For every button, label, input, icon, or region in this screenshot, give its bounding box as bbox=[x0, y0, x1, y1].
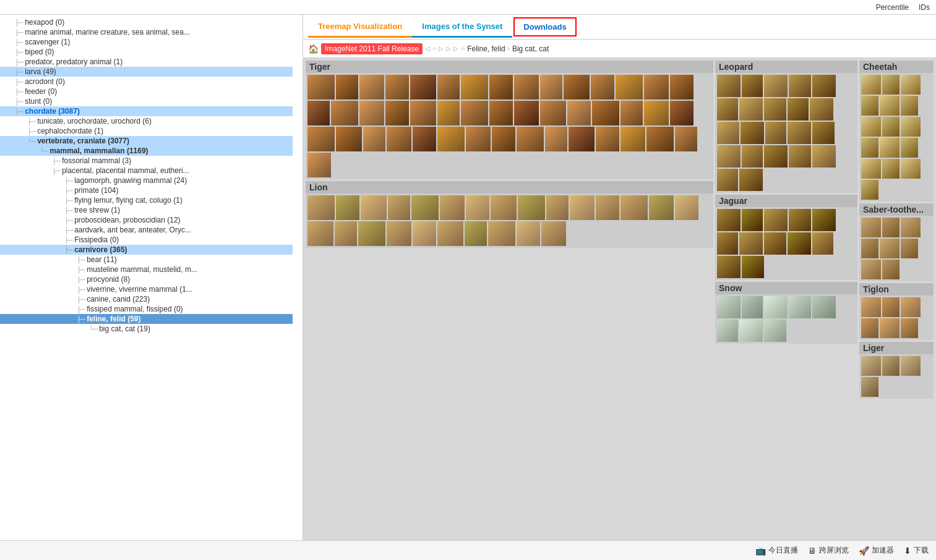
tree-label: lagomorph, gnawing mammal (24) bbox=[74, 176, 187, 185]
tree-item[interactable]: ├─ aardvark, ant bear, anteater, Oryc... bbox=[0, 225, 293, 235]
topbar-percentile[interactable]: Percentile bbox=[876, 3, 909, 12]
tree-label: acrodont (0) bbox=[25, 77, 65, 86]
breadcrumb-sep-2: ○ bbox=[432, 45, 436, 52]
tree-item[interactable]: ├─ acrodont (0) bbox=[0, 77, 293, 87]
leopard-section: Leopard bbox=[715, 61, 857, 193]
bottom-item-download[interactable]: ⬇ 下载 bbox=[904, 545, 929, 556]
liger-images bbox=[859, 354, 934, 399]
liger-title: Liger bbox=[859, 342, 934, 354]
tree-item[interactable]: ├─ scavenger (1) bbox=[0, 37, 293, 47]
tree-label-bigcat: big cat, cat (19) bbox=[99, 325, 150, 333]
tree-label: cephalochordate (1) bbox=[37, 127, 103, 135]
tiglon-images bbox=[859, 295, 934, 340]
tree-item[interactable]: ├─ canine, canid (223) bbox=[0, 294, 293, 304]
tree-label: hexapod (0) bbox=[25, 18, 64, 27]
breadcrumb-bigcat[interactable]: Big cat, cat bbox=[512, 45, 549, 53]
tree-panel: ├─ hexapod (0) ├─ marine animal, marine … bbox=[0, 15, 303, 540]
tree-item[interactable]: ├─ feeder (0) bbox=[0, 87, 293, 96]
liger-section: Liger bbox=[859, 342, 934, 399]
download-icon: ⬇ bbox=[904, 546, 911, 556]
tree-label: predator, predatory animal (1) bbox=[25, 57, 122, 66]
breadcrumb-sep-7: › bbox=[508, 45, 510, 52]
breadcrumb-home-icon[interactable]: 🏠 bbox=[308, 44, 319, 54]
tree-item[interactable]: ├─ fossorial mammal (3) bbox=[0, 156, 293, 166]
top-bar: Percentile IDs bbox=[0, 0, 936, 15]
tree-item[interactable]: ├─ bear (11) bbox=[0, 255, 293, 265]
tree-item[interactable]: ├─ marine animal, marine creature, sea a… bbox=[0, 27, 293, 37]
tree-label: scavenger (1) bbox=[25, 38, 70, 46]
tab-treemap[interactable]: Treemap Visualization bbox=[308, 17, 412, 38]
grid-layout: Tiger bbox=[306, 61, 934, 538]
tree-label: vertebrate, craniate (3077) bbox=[37, 137, 129, 145]
tree-label: viverrine, viverrine mammal (1... bbox=[87, 285, 192, 294]
jaguar-section: Jaguar bbox=[715, 195, 857, 280]
tree-label: procyonid (8) bbox=[87, 275, 130, 284]
tree-label: flying lemur, flying cat, colugo (1) bbox=[74, 196, 182, 205]
tree-item-bigcat[interactable]: └─ big cat, cat (19) bbox=[0, 324, 293, 334]
tree-item[interactable]: ├─ hexapod (0) bbox=[0, 17, 293, 27]
tree-label: aardvark, ant bear, anteater, Oryc... bbox=[74, 226, 191, 234]
tree-item[interactable]: ├─ flying lemur, flying cat, colugo (1) bbox=[0, 195, 293, 205]
topbar-ids[interactable]: IDs bbox=[919, 3, 930, 12]
tree-label-tree-shrew: tree shrew (1) bbox=[74, 206, 120, 214]
tree-label: mammal, mammalian (1169) bbox=[49, 146, 148, 155]
bottom-item-live[interactable]: 📺 今日直播 bbox=[755, 545, 798, 556]
tree-item-feline[interactable]: ├─ feline, felid (59) bbox=[0, 314, 293, 324]
cheetah-section: Cheetah bbox=[859, 61, 934, 202]
tiglon-title: Tiglon bbox=[859, 283, 934, 295]
tree-item[interactable]: ├─ procyonid (8) bbox=[0, 274, 293, 284]
saber-title: Saber-toothe... bbox=[859, 203, 934, 216]
leopard-images bbox=[715, 73, 857, 193]
lion-title: Lion bbox=[306, 181, 713, 193]
right-panel: Treemap Visualization Images of the Syns… bbox=[303, 15, 936, 540]
bottom-item-cross[interactable]: 🖥 跨屏浏览 bbox=[808, 545, 849, 556]
tiger-images bbox=[306, 73, 713, 179]
tree-item[interactable]: ├─ carnivore (365) bbox=[0, 245, 293, 255]
tree-label: fissiped mammal, fissiped (0) bbox=[87, 305, 182, 313]
tree-item[interactable]: ├─ primate (104) bbox=[0, 185, 293, 195]
tree-item[interactable]: ├─ proboscidean, proboscidian (12) bbox=[0, 215, 293, 225]
tree-label: musteline mammal, mustelid, m... bbox=[87, 265, 197, 274]
breadcrumb-feline[interactable]: Feline, felid bbox=[467, 45, 505, 53]
tree-item[interactable]: ├─ fissiped mammal, fissiped (0) bbox=[0, 304, 293, 314]
tree-item[interactable]: ├─ stunt (0) bbox=[0, 96, 293, 106]
left-main-col: Tiger bbox=[306, 61, 713, 538]
tree-item[interactable]: ├─ larva (49) bbox=[0, 67, 293, 77]
snow-section: Snow bbox=[715, 282, 857, 344]
tree-item[interactable]: ├─ musteline mammal, mustelid, m... bbox=[0, 265, 293, 274]
tree-item[interactable]: ├─ chordate (3087) bbox=[0, 106, 293, 116]
tree-item-tree-shrew[interactable]: ├─ tree shrew (1) bbox=[0, 205, 293, 215]
tab-images[interactable]: Images of the Synset bbox=[412, 17, 512, 38]
tree-item[interactable]: ├─ Fissipedia (0) bbox=[0, 235, 293, 245]
snow-title: Snow bbox=[715, 282, 857, 294]
tree-label: stunt (0) bbox=[25, 97, 52, 106]
accel-icon: 🚀 bbox=[859, 546, 869, 556]
breadcrumb-sep-4: ▷ bbox=[446, 45, 451, 52]
tiger-section: Tiger bbox=[306, 61, 713, 179]
tree-label: proboscidean, proboscidian (12) bbox=[74, 216, 180, 224]
tree-item[interactable]: ├─ biped (0) bbox=[0, 47, 293, 57]
tree-label: biped (0) bbox=[25, 48, 54, 56]
lion-images bbox=[306, 193, 713, 248]
live-icon: 📺 bbox=[755, 546, 766, 556]
tree-label: tunicate, urochordate, urochord (6) bbox=[37, 117, 152, 125]
tree-item[interactable]: ├─ lagomorph, gnawing mammal (24) bbox=[0, 176, 293, 185]
bottom-item-accel[interactable]: 🚀 加速器 bbox=[859, 545, 894, 556]
tree-label: chordate (3087) bbox=[25, 107, 80, 116]
jaguar-images bbox=[715, 207, 857, 280]
tree-item[interactable]: └─ mammal, mammalian (1169) bbox=[0, 146, 293, 156]
tree-item[interactable]: ├─ tunicate, urochordate, urochord (6) bbox=[0, 116, 293, 126]
tree-item[interactable]: ├─ cephalochordate (1) bbox=[0, 126, 293, 136]
bottom-bar: 📺 今日直播 🖥 跨屏浏览 🚀 加速器 ⬇ 下载 bbox=[0, 540, 936, 560]
tree-item[interactable]: ├─ predator, predatory animal (1) bbox=[0, 57, 293, 67]
tree-item[interactable]: ├─ viverrine, viverrine mammal (1... bbox=[0, 284, 293, 294]
tree-item[interactable]: └─ vertebrate, craniate (3077) bbox=[0, 136, 293, 146]
saber-section: Saber-toothe... bbox=[859, 203, 934, 281]
breadcrumb-sep-3: ▷ bbox=[439, 45, 444, 52]
tab-downloads[interactable]: Downloads bbox=[513, 17, 576, 36]
breadcrumb-release[interactable]: ImageNet 2011 Fall Release bbox=[321, 43, 423, 54]
tabs-bar: Treemap Visualization Images of the Syns… bbox=[303, 15, 936, 40]
tree-item[interactable]: ├─ placental, placental mammal, eutheri.… bbox=[0, 166, 293, 176]
tree-label: canine, canid (223) bbox=[87, 295, 150, 303]
tree-label: marine animal, marine creature, sea anim… bbox=[25, 28, 190, 36]
